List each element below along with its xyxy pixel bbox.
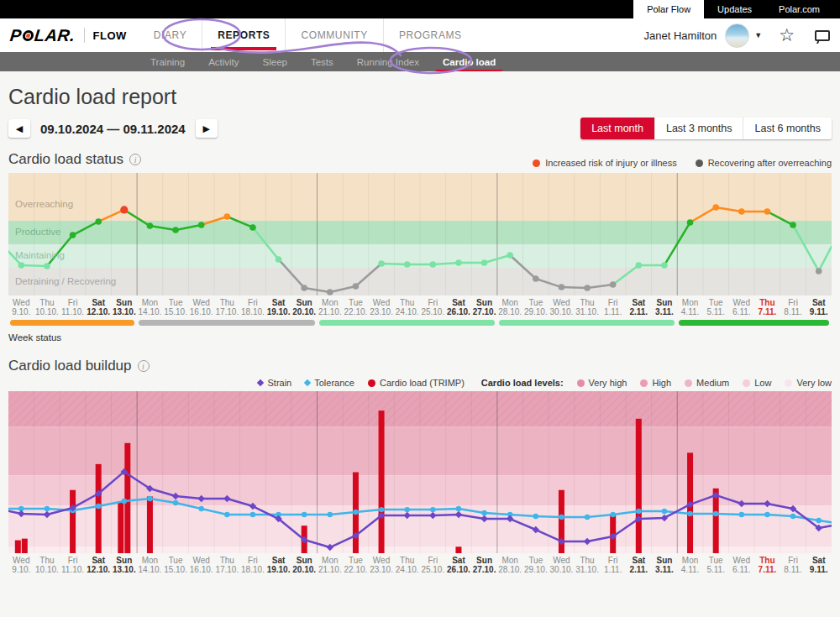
date-navigation: ◀ 09.10.2024 — 09.11.2024 ▶ Last month L… xyxy=(8,118,832,139)
day-label: Sun20.10. xyxy=(291,298,318,316)
day-label: Sun27.10. xyxy=(471,298,497,316)
tolerance-marker-icon xyxy=(304,379,311,386)
day-label: Mon14.10. xyxy=(137,556,163,574)
recovering-dot-icon xyxy=(696,159,703,167)
page-title: Cardio load report xyxy=(8,85,832,109)
reports-subnav: Training Activity Sleep Tests Running In… xyxy=(0,52,840,71)
day-label: Sat2.11. xyxy=(626,556,652,574)
subnav-cardio-load[interactable]: Cardio load xyxy=(431,52,507,71)
subnav-tests[interactable]: Tests xyxy=(299,52,345,71)
day-label: Sun20.10. xyxy=(291,556,318,574)
week-status-segment xyxy=(679,320,829,326)
day-label: Wed30.10. xyxy=(549,298,575,316)
cardio-load-status-chart: OverreachingProductiveMaintainingDetrain… xyxy=(8,173,832,295)
prev-period-button[interactable]: ◀ xyxy=(8,119,30,138)
buildup-section-header: Cardio load buildup i xyxy=(8,358,832,374)
day-label: Tue29.10. xyxy=(523,556,549,574)
logo-divider xyxy=(84,28,85,43)
day-label: Mon28.10. xyxy=(497,556,523,574)
week-status-segment xyxy=(319,320,495,326)
day-label: Wed23.10. xyxy=(369,298,395,316)
subnav-activity[interactable]: Activity xyxy=(197,52,250,71)
day-label: Thu10.10. xyxy=(34,298,60,316)
date-range-label: 09.10.2024 — 09.11.2024 xyxy=(40,122,186,136)
day-label: Thu7.11. xyxy=(754,556,780,574)
day-label: Sun3.11. xyxy=(652,556,678,574)
user-name[interactable]: Janet Hamilton xyxy=(644,29,717,42)
subnav-training[interactable]: Training xyxy=(139,52,197,71)
polar-logo[interactable]: PLAR. xyxy=(9,26,76,45)
last-3-months-button[interactable]: Last 3 months xyxy=(654,118,743,139)
day-label: Fri25.10. xyxy=(420,556,446,574)
nav-item-diary[interactable]: DIARY xyxy=(139,18,202,52)
last-6-months-button[interactable]: Last 6 months xyxy=(743,118,832,139)
toptab-polar-flow[interactable]: Polar Flow xyxy=(633,0,704,18)
logo-period: . xyxy=(69,26,76,45)
day-label: Wed30.10. xyxy=(549,556,575,574)
favorite-star-icon[interactable]: ☆ xyxy=(779,25,795,45)
day-label: Wed6.11. xyxy=(729,556,755,574)
day-label: Thu31.10. xyxy=(575,556,601,574)
level-very-low-dot-icon xyxy=(785,379,792,387)
day-label: Sun27.10. xyxy=(471,556,497,574)
day-label: Thu7.11. xyxy=(754,298,780,316)
nav-item-reports[interactable]: REPORTS xyxy=(202,18,285,52)
last-month-button[interactable]: Last month xyxy=(580,118,654,139)
day-label: Thu10.10. xyxy=(34,556,60,574)
day-label: Fri11.10. xyxy=(60,298,86,316)
day-label: Wed9.10. xyxy=(8,298,34,316)
day-label: Thu31.10. xyxy=(575,298,601,316)
buildup-legend: Strain Tolerance Cardio load (TRIMP) Car… xyxy=(8,378,832,388)
day-label: Fri1.11. xyxy=(600,298,626,316)
day-label: Thu24.10. xyxy=(394,298,420,316)
day-label: Tue5.11. xyxy=(703,298,729,316)
info-icon[interactable]: i xyxy=(138,360,150,372)
avatar[interactable] xyxy=(725,24,749,48)
day-label: Wed16.10. xyxy=(188,556,214,574)
nav-item-programs[interactable]: PROGRAMS xyxy=(383,18,477,52)
subnav-sleep[interactable]: Sleep xyxy=(251,52,299,71)
day-label: Thu17.10. xyxy=(214,298,240,316)
nav-item-community[interactable]: COMMUNITY xyxy=(285,18,382,52)
logo-text-rest: LAR xyxy=(34,26,71,45)
subnav-running-index[interactable]: Running Index xyxy=(345,52,431,71)
day-label: Sat2.11. xyxy=(626,298,652,316)
day-label: Sat9.11. xyxy=(806,298,832,316)
day-label: Wed16.10. xyxy=(188,298,214,316)
day-label: Tue15.10. xyxy=(163,298,189,316)
day-label: Wed6.11. xyxy=(729,298,755,316)
strain-marker-icon xyxy=(257,379,264,386)
day-label: Sun13.10. xyxy=(112,556,138,574)
day-label: Thu17.10. xyxy=(214,556,240,574)
next-period-button[interactable]: ▶ xyxy=(196,119,218,138)
buildup-chart-x-axis: Wed9.10.Thu10.10.Fri11.10.Sat12.10.Sun13… xyxy=(8,556,832,574)
week-status-bar xyxy=(8,320,832,327)
user-area: Janet Hamilton ▼ ☆ xyxy=(644,18,830,52)
day-label: Fri18.10. xyxy=(240,556,266,574)
day-label: Thu24.10. xyxy=(394,556,420,574)
day-label: Tue22.10. xyxy=(343,556,369,574)
day-label: Sat26.10. xyxy=(446,298,472,316)
day-label: Fri8.11. xyxy=(780,298,806,316)
feedback-bubble-icon[interactable] xyxy=(815,30,830,41)
day-label: Fri8.11. xyxy=(780,556,806,574)
level-very-high-dot-icon xyxy=(577,379,585,387)
day-label: Sat19.10. xyxy=(265,556,291,574)
trimp-dot-icon xyxy=(368,379,375,387)
status-chart-x-axis: Wed9.10.Thu10.10.Fri11.10.Sat12.10.Sun13… xyxy=(8,298,832,316)
day-label: Mon28.10. xyxy=(497,298,523,316)
level-high-dot-icon xyxy=(640,379,648,387)
day-label: Sat9.11. xyxy=(806,556,832,574)
week-status-label: Week status xyxy=(8,332,832,342)
toptab-polar-com[interactable]: Polar.com xyxy=(765,0,833,18)
day-label: Mon4.11. xyxy=(677,298,703,316)
week-status-segment xyxy=(499,320,675,326)
day-label: Tue22.10. xyxy=(343,298,369,316)
page-content: Cardio load report ◀ 09.10.2024 — 09.11.… xyxy=(0,85,840,574)
info-icon[interactable]: i xyxy=(129,154,141,165)
day-label: Fri11.10. xyxy=(60,556,86,574)
chevron-down-icon[interactable]: ▼ xyxy=(754,31,762,39)
toptab-updates[interactable]: Updates xyxy=(704,0,765,18)
day-label: Mon14.10. xyxy=(137,298,163,316)
day-label: Tue5.11. xyxy=(703,556,729,574)
